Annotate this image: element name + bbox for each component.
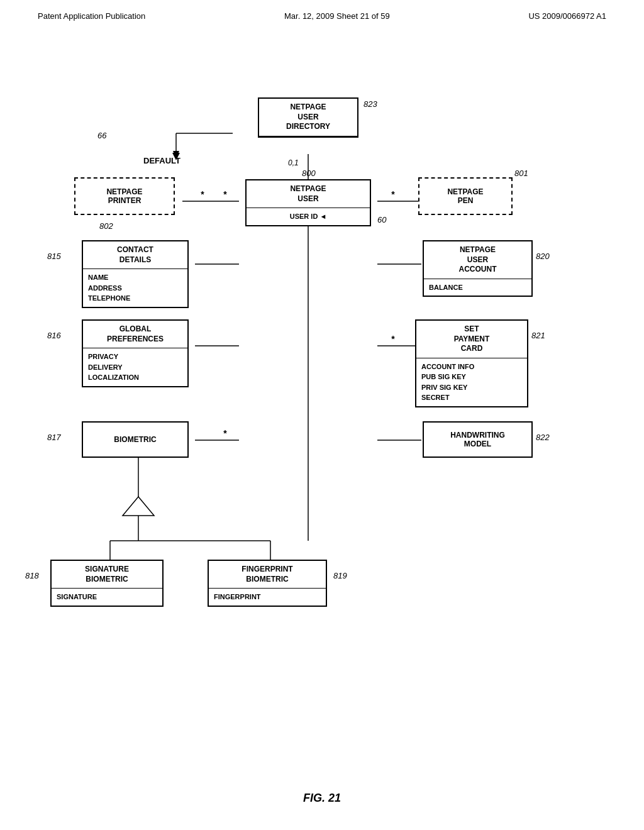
set-payment-card-box: SETPAYMENTCARD ACCOUNT INFOPUB SIG KEYPR… (415, 319, 528, 407)
label-821: 821 (531, 331, 545, 340)
set-payment-card-title: SETPAYMENTCARD (416, 321, 527, 358)
diagram-area: * * * * * NETPAGEUSERDIRECTORY 823 66 DE… (0, 38, 644, 830)
label-820: 820 (536, 252, 550, 261)
netpage-printer-box: NETPAGEPRINTER (74, 177, 175, 215)
svg-text:*: * (223, 428, 227, 438)
handwriting-model-title: HANDWRITINGMODEL (450, 431, 505, 448)
contact-details-box: CONTACTDETAILS NAMEADDRESSTELEPHONE (82, 240, 189, 308)
netpage-pen-box: NETPAGEPEN (418, 177, 513, 215)
label-818: 818 (25, 571, 39, 580)
label-822: 822 (536, 433, 550, 442)
netpage-user-account-content: BALANCE (424, 279, 531, 296)
header-right: US 2009/0066972 A1 (528, 11, 606, 21)
svg-marker-14 (123, 497, 154, 516)
svg-text:*: * (391, 189, 395, 199)
netpage-user-box: NETPAGEUSER USER ID ◄ (245, 179, 371, 226)
label-817: 817 (47, 433, 61, 442)
handwriting-model-box: HANDWRITINGMODEL (423, 421, 533, 458)
svg-text:*: * (201, 189, 204, 199)
netpage-user-title: NETPAGEUSER (247, 180, 370, 208)
signature-biometric-box: SIGNATUREBIOMETRIC SIGNATURE (50, 560, 164, 607)
biometric-box: BIOMETRIC (82, 421, 189, 458)
label-66: 66 (97, 131, 106, 140)
global-preferences-title: GLOBALPREFERENCES (83, 321, 187, 348)
page-header: Patent Application Publication Mar. 12, … (0, 0, 644, 27)
label-802: 802 (99, 221, 113, 231)
fingerprint-biometric-box: FINGERPRINTBIOMETRIC FINGERPRINT (208, 560, 327, 607)
netpage-pen-title: NETPAGEPEN (447, 187, 483, 205)
label-01: 0,1 (288, 158, 299, 167)
label-60: 60 (377, 215, 386, 224)
label-815: 815 (47, 252, 61, 261)
global-preferences-box: GLOBALPREFERENCES PRIVACYDELIVERYLOCALIZ… (82, 319, 189, 387)
netpage-user-account-title: NETPAGEUSERACCOUNT (424, 241, 531, 279)
label-819: 819 (333, 571, 347, 580)
label-800: 800 (302, 169, 316, 178)
svg-text:*: * (223, 189, 227, 199)
netpage-user-directory-title: NETPAGEUSERDIRECTORY (259, 99, 357, 136)
netpage-user-content: USER ID ◄ (247, 208, 370, 225)
label-823: 823 (364, 99, 377, 109)
label-default: DEFAULT (143, 156, 180, 165)
netpage-user-directory-box: NETPAGEUSERDIRECTORY (258, 97, 358, 138)
global-preferences-content: PRIVACYDELIVERYLOCALIZATION (83, 348, 187, 386)
fingerprint-biometric-content: FINGERPRINT (209, 589, 326, 606)
set-payment-card-content: ACCOUNT INFOPUB SIG KEYPRIV SIG KEYSECRE… (416, 358, 527, 406)
fingerprint-biometric-title: FINGERPRINTBIOMETRIC (209, 561, 326, 589)
contact-details-content: NAMEADDRESSTELEPHONE (83, 269, 187, 307)
signature-biometric-title: SIGNATUREBIOMETRIC (52, 561, 162, 589)
netpage-user-account-box: NETPAGEUSERACCOUNT BALANCE (423, 240, 533, 297)
figure-caption: FIG. 21 (303, 792, 341, 805)
header-center: Mar. 12, 2009 Sheet 21 of 59 (284, 11, 390, 21)
biometric-title: BIOMETRIC (114, 435, 156, 444)
header-left: Patent Application Publication (38, 11, 145, 21)
netpage-printer-title: NETPAGEPRINTER (106, 187, 142, 205)
svg-text:*: * (391, 334, 395, 344)
label-816: 816 (47, 331, 61, 340)
contact-details-title: CONTACTDETAILS (83, 241, 187, 269)
label-801: 801 (514, 169, 528, 178)
signature-biometric-content: SIGNATURE (52, 589, 162, 606)
